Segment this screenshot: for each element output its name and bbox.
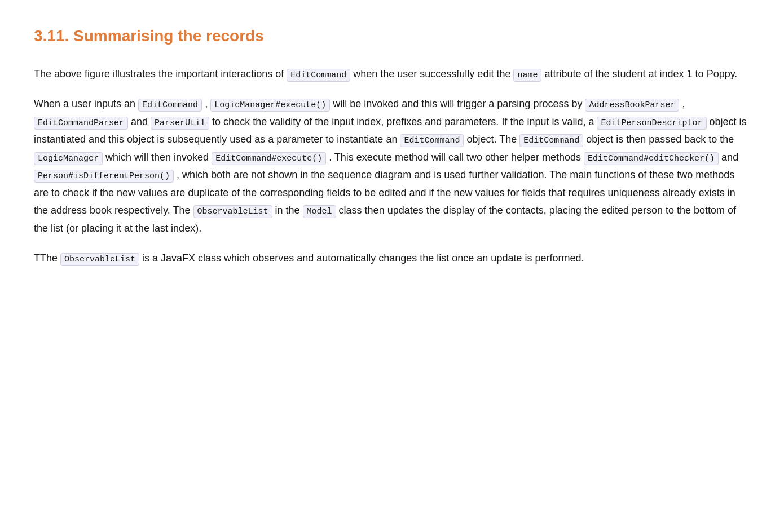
code-ParserUtil: ParserUtil bbox=[151, 117, 209, 130]
code-EditCommand-2: EditCommand bbox=[138, 99, 202, 112]
paragraph-1: The above figure illustrates the importa… bbox=[34, 65, 750, 83]
code-EditCommandEditChecker: EditCommand#editChecker() bbox=[584, 152, 719, 165]
code-EditCommand-1: EditCommand bbox=[287, 69, 350, 82]
code-EditCommandParser: EditCommandParser bbox=[34, 117, 128, 130]
paragraph-3: TThe ObservableList is a JavaFX class wh… bbox=[34, 250, 750, 268]
code-EditPersonDescriptor: EditPersonDescriptor bbox=[597, 117, 706, 130]
code-EditCommand-4: EditCommand bbox=[519, 134, 583, 147]
section-title: 3.11. Summarising the records bbox=[34, 23, 750, 50]
code-name: name bbox=[513, 69, 541, 82]
code-LogicManager: LogicManager bbox=[34, 152, 103, 165]
code-ObservableList-2: ObservableList bbox=[60, 253, 139, 266]
code-EditCommandExecute: EditCommand#execute() bbox=[212, 152, 326, 165]
code-EditCommand-3: EditCommand bbox=[400, 134, 464, 147]
code-ObservableList-1: ObservableList bbox=[193, 205, 272, 218]
paragraph-2: When a user inputs an EditCommand , Logi… bbox=[34, 95, 750, 237]
code-Model: Model bbox=[303, 205, 336, 218]
code-LogicManagerExecute: LogicManager#execute() bbox=[210, 99, 330, 112]
code-PersonIsDifferentPerson: Person#isDifferentPerson() bbox=[34, 170, 174, 183]
code-AddressBookParser: AddressBookParser bbox=[585, 99, 679, 112]
